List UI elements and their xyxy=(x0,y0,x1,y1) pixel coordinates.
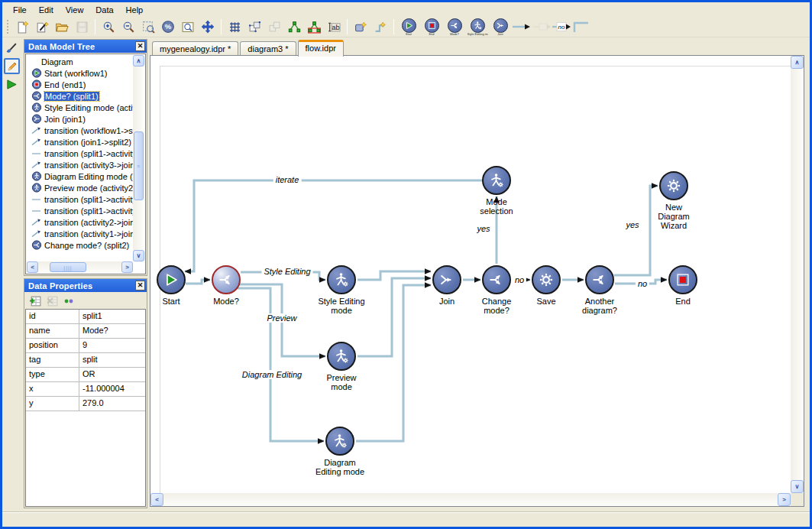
tree-item[interactable]: Diagram xyxy=(27,56,133,67)
tree-scroll-right-icon[interactable]: > xyxy=(121,261,133,273)
canvas-scroll-right-icon[interactable]: > xyxy=(778,493,791,506)
template-arrow-button[interactable] xyxy=(513,18,531,36)
edge-label[interactable]: iterate xyxy=(273,175,302,184)
tree-item[interactable]: Mode? (split1) xyxy=(27,90,133,102)
style-brush-tool[interactable] xyxy=(4,40,20,56)
property-value[interactable]: 279.0 xyxy=(79,397,145,411)
data-properties-close-icon[interactable]: ✕ xyxy=(135,281,145,290)
menu-file[interactable]: File xyxy=(7,4,33,16)
edit-pencil-tool[interactable] xyxy=(4,58,20,74)
tree-item[interactable]: transition (split1->activity xyxy=(27,205,133,216)
property-value[interactable]: Mode? xyxy=(79,324,145,338)
menu-data[interactable]: Data xyxy=(89,4,119,16)
template-arrow-no-button[interactable]: no xyxy=(552,18,571,36)
wizard-button[interactable] xyxy=(33,18,51,36)
data-model-tree-close-icon[interactable]: ✕ xyxy=(135,41,145,51)
tree-item[interactable]: Diagram Editing mode (ac xyxy=(27,170,133,182)
diagram-node-start[interactable] xyxy=(157,265,186,294)
property-value[interactable]: split xyxy=(79,353,145,367)
tree-layout-select-button[interactable] xyxy=(305,18,323,36)
edge-label[interactable]: Diagram Editing xyxy=(240,370,304,379)
new-connector-button[interactable] xyxy=(371,18,390,36)
diagram-node-diagram[interactable] xyxy=(325,427,354,456)
tree-item[interactable]: transition (join1->split2) xyxy=(27,136,133,148)
group-button[interactable] xyxy=(245,18,264,36)
tree-scroll-left-icon[interactable]: < xyxy=(27,261,38,273)
edge-label[interactable]: Preview xyxy=(264,313,299,323)
tree-vertical-scrollbar[interactable]: ∧ ≡ ∨ xyxy=(133,55,144,261)
tree-horizontal-scroll-thumb[interactable]: |||| xyxy=(50,262,86,272)
diagram-node-change[interactable] xyxy=(482,265,511,294)
tree-item[interactable]: Style Editing mode (activi xyxy=(27,102,133,113)
property-value[interactable]: 9 xyxy=(79,339,145,352)
tab-flow-idpr[interactable]: flow.idpr xyxy=(298,40,344,57)
template-start-node-button[interactable]: Start xyxy=(398,17,419,37)
diagram-node-save[interactable] xyxy=(532,265,561,294)
tree-horizontal-scrollbar[interactable]: < |||| > xyxy=(27,261,133,273)
tree-item[interactable]: transition (workflow1->sp xyxy=(27,125,133,136)
zoom-out-button[interactable] xyxy=(119,18,137,36)
zoom-percent-button[interactable]: % xyxy=(159,18,177,36)
canvas-scroll-up-icon[interactable]: ∧ xyxy=(791,56,804,69)
tree-item[interactable]: Change mode? (split2) xyxy=(27,239,133,251)
diagram-node-style-editing[interactable] xyxy=(327,265,356,294)
tab-mygenealogy-idpr-[interactable]: mygenealogy.idpr * xyxy=(152,41,238,56)
node-caption: Anotherdiagram? xyxy=(563,297,636,315)
overview-button[interactable] xyxy=(179,18,197,36)
tree-vertical-scroll-thumb[interactable]: ≡ xyxy=(134,131,144,200)
dots-toggle-button[interactable] xyxy=(62,294,76,308)
template-join-node-button[interactable]: Join xyxy=(490,17,511,37)
tree-rows: DiagramStart (workflow1)End (end1)Mode? … xyxy=(27,55,133,261)
run-tool[interactable] xyxy=(4,76,20,92)
property-value[interactable]: OR xyxy=(79,368,145,381)
canvas-vertical-scrollbar[interactable]: ∧ ∨ xyxy=(791,56,804,493)
zoom-in-button[interactable] xyxy=(99,18,118,36)
diagram-node-join[interactable] xyxy=(432,265,461,294)
tree-item[interactable]: transition (activity1->join xyxy=(27,228,133,239)
menu-edit[interactable]: Edit xyxy=(33,4,60,16)
tab-diagram3-[interactable]: diagram3 * xyxy=(240,41,296,56)
diagram-node-mode-[interactable] xyxy=(212,265,241,294)
property-value[interactable]: -11.000004 xyxy=(79,382,145,396)
diagram-node-preview[interactable] xyxy=(327,342,356,371)
template-split-node-button[interactable]: Mode? xyxy=(444,17,465,37)
diagram-node-end[interactable] xyxy=(668,265,697,294)
tree-item[interactable]: transition (split1->activity xyxy=(27,193,133,205)
svg-text:no: no xyxy=(558,24,565,31)
canvas-scroll-down-icon[interactable]: ∨ xyxy=(791,480,804,493)
diagram-node-mode[interactable] xyxy=(482,166,511,195)
tree-item[interactable]: End (end1) xyxy=(27,79,133,90)
tree-item[interactable]: transition (activity3->join xyxy=(27,159,133,170)
edge-label[interactable]: no xyxy=(513,275,526,284)
template-elbow-connector-button[interactable] xyxy=(572,18,590,36)
tree-item[interactable]: Start (workflow1) xyxy=(27,67,133,79)
grid-button[interactable] xyxy=(225,18,244,36)
zoom-area-button[interactable] xyxy=(139,18,157,36)
add-property-button[interactable] xyxy=(28,294,42,308)
template-end-node-button[interactable]: End xyxy=(421,17,442,37)
edge-label[interactable]: yes xyxy=(477,224,490,233)
property-value[interactable]: split1 xyxy=(79,310,145,323)
tree-layout-button[interactable] xyxy=(285,18,303,36)
new-document-button[interactable] xyxy=(13,18,31,36)
tree-item[interactable]: Join (join1) xyxy=(27,113,133,125)
canvas-scroll-left-icon[interactable]: < xyxy=(150,493,163,506)
open-button[interactable] xyxy=(53,18,71,36)
tree-item[interactable]: Preview mode (activity2) xyxy=(27,182,133,193)
new-shape-button[interactable] xyxy=(351,18,370,36)
tree-scroll-up-icon[interactable]: ∧ xyxy=(133,55,144,67)
diagram-canvas[interactable]: iterateStyle EditingPreviewDiagram Editi… xyxy=(150,56,791,493)
tree-item[interactable]: transition (split1->activity xyxy=(27,148,133,159)
template-activity-node-button[interactable]: Style Editing mode xyxy=(467,17,488,37)
tree-scroll-down-icon[interactable]: ∨ xyxy=(133,250,144,261)
edge-label[interactable]: no xyxy=(636,279,649,288)
edge-label[interactable]: Style Editing xyxy=(261,267,312,276)
edit-label-button[interactable]: ab xyxy=(325,18,343,36)
menu-view[interactable]: View xyxy=(60,4,90,16)
tree-item[interactable]: transition (activity2->join xyxy=(27,216,133,228)
menu-help[interactable]: Help xyxy=(120,4,150,16)
canvas-horizontal-scrollbar[interactable]: < > xyxy=(150,493,791,506)
diagram-node-new[interactable] xyxy=(659,171,688,200)
pan-button[interactable] xyxy=(199,18,217,36)
diagram-node-another[interactable] xyxy=(585,265,614,294)
